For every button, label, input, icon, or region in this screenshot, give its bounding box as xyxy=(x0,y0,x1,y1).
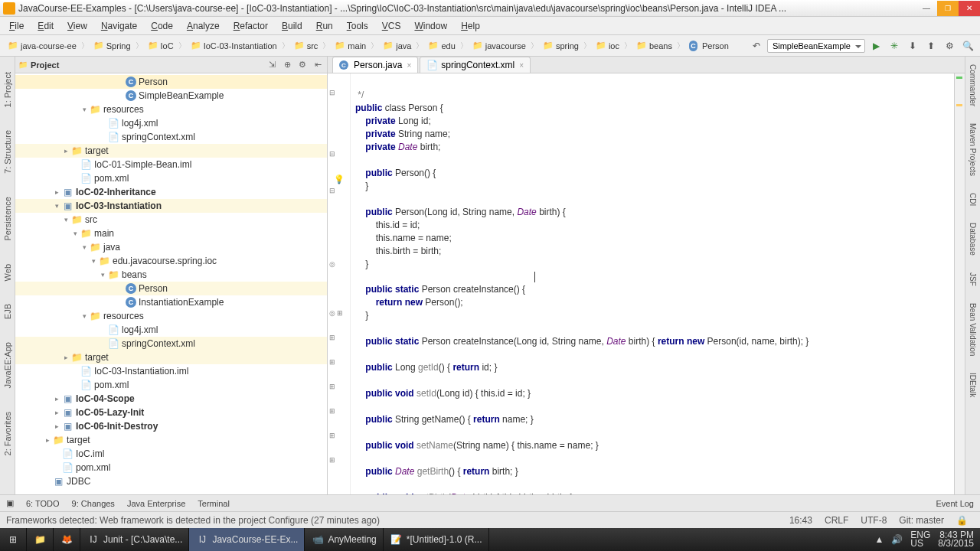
toolwindow-tab[interactable]: EJB xyxy=(3,304,12,319)
breadcrumb-item[interactable]: 📁Spring xyxy=(90,39,134,53)
tree-item[interactable]: ▸▣IoC-02-Inheritance xyxy=(15,185,327,199)
tree-item[interactable]: 📄log4j.xml xyxy=(15,323,327,337)
tree-item[interactable]: ▸▣IoC-05-Lazy-Init xyxy=(15,406,327,419)
tree-item[interactable]: ▾📁main xyxy=(15,227,327,240)
search-icon[interactable]: 🔍 xyxy=(960,38,975,54)
breadcrumb-item[interactable]: 📁beans xyxy=(633,39,675,53)
breadcrumb-item[interactable]: 📁javacourse xyxy=(469,39,529,53)
taskbar-item[interactable]: 📁 xyxy=(27,528,54,551)
git-branch[interactable]: Git: master xyxy=(893,515,950,526)
menu-run[interactable]: Run xyxy=(310,19,339,33)
menu-edit[interactable]: Edit xyxy=(31,19,60,33)
tray-lang[interactable]: ENGUS xyxy=(910,531,930,548)
encoding[interactable]: UTF-8 xyxy=(854,515,893,526)
back-button[interactable]: ↶ xyxy=(749,38,764,54)
tree-item[interactable]: 📄log4j.xml xyxy=(15,116,327,130)
tree-item[interactable]: CPerson xyxy=(15,282,327,295)
breadcrumb-item[interactable]: 📁ioc xyxy=(593,39,622,53)
toolwindow-tab[interactable]: 1: Project xyxy=(3,72,12,107)
breadcrumb-item[interactable]: 📁java xyxy=(380,39,414,53)
toolwindow-tab[interactable]: Bean Validation xyxy=(969,303,977,356)
tree-item[interactable]: ▸▣IoC-04-Scope xyxy=(15,392,327,406)
toolwindow-tab[interactable]: JSF xyxy=(969,272,977,286)
tree-item[interactable]: 📄pom.xml xyxy=(15,171,327,185)
project-view-label[interactable]: Project xyxy=(31,60,263,70)
tree-item[interactable]: ▸📁target xyxy=(15,350,327,364)
toolwindow-tab[interactable]: Persistence xyxy=(3,197,12,240)
autoscroll-icon[interactable]: ⊕ xyxy=(281,59,293,71)
tree-item[interactable]: 📄springContext.xml xyxy=(15,130,327,144)
tree-item[interactable]: 📄pom.xml xyxy=(15,461,327,474)
tree-item[interactable]: 📄springContext.xml xyxy=(15,337,327,350)
run-config-dropdown[interactable]: SimpleBeanExample xyxy=(767,39,865,53)
toolwindow-tab[interactable]: Maven Projects xyxy=(969,123,977,176)
debug-button[interactable]: ✳ xyxy=(887,38,902,54)
tree-item[interactable]: ▸▣IoC-06-Init-Destroy xyxy=(15,419,327,433)
menu-analyze[interactable]: Analyze xyxy=(181,19,226,33)
menu-tools[interactable]: Tools xyxy=(341,19,374,33)
toolwindow-tab[interactable]: JavaEE:App xyxy=(3,342,12,389)
tree-item[interactable]: ▾▣IoC-03-Instantiation xyxy=(15,199,327,213)
breadcrumb-item[interactable]: 📁spring xyxy=(540,39,582,53)
breadcrumb-item[interactable]: 📁src xyxy=(291,39,322,53)
error-stripe[interactable] xyxy=(954,73,965,494)
tree-item[interactable]: ▾📁beans xyxy=(15,268,327,282)
project-tree[interactable]: CPersonCSimpleBeanExample▾📁resources📄log… xyxy=(15,73,327,494)
taskbar-item[interactable]: ⊞ xyxy=(0,528,27,551)
vcs-update-icon[interactable]: ⬇ xyxy=(905,38,920,54)
project-view-icon[interactable]: 📁 xyxy=(18,60,28,69)
taskbar-item[interactable]: IJJunit - [C:\Java\te... xyxy=(80,528,189,551)
event-log-button[interactable]: Event Log xyxy=(936,499,974,508)
todo-button[interactable]: 6: TODO xyxy=(26,499,60,508)
toolwindow-tab[interactable]: 2: Favorites xyxy=(3,412,12,455)
breadcrumb-item[interactable]: CPerson xyxy=(686,39,732,53)
close-button[interactable]: ✕ xyxy=(959,1,980,16)
changes-button[interactable]: 9: Changes xyxy=(72,499,115,508)
tree-item[interactable]: ▾📁java xyxy=(15,240,327,254)
tree-item[interactable]: ▸📁target xyxy=(15,144,327,158)
tree-item[interactable]: ▣JDBC xyxy=(15,474,327,488)
tree-item[interactable]: ▾📁edu.javacourse.spring.ioc xyxy=(15,254,327,268)
breadcrumb-item[interactable]: 📁edu xyxy=(425,39,458,53)
tree-item[interactable]: 📄IoC-03-Instantiation.iml xyxy=(15,364,327,378)
tree-item[interactable]: CPerson xyxy=(15,75,327,89)
close-tab-icon[interactable]: × xyxy=(519,61,524,70)
menu-view[interactable]: View xyxy=(61,19,93,33)
menu-help[interactable]: Help xyxy=(455,19,486,33)
menu-window[interactable]: Window xyxy=(408,19,453,33)
taskbar-item[interactable]: 📹AnyMeeting xyxy=(305,528,383,551)
terminal-button[interactable]: Terminal xyxy=(198,499,230,508)
toolwindow-tab[interactable]: Database xyxy=(969,223,977,256)
tree-item[interactable]: CSimpleBeanExample xyxy=(15,89,327,103)
menu-code[interactable]: Code xyxy=(145,19,179,33)
maximize-button[interactable]: ❐ xyxy=(937,1,959,16)
tree-item[interactable]: 📄IoC.iml xyxy=(15,447,327,461)
editor-tab[interactable]: CPerson.java× xyxy=(332,57,418,73)
toolwindow-button[interactable]: ▣ xyxy=(6,498,14,508)
tree-item[interactable]: 📄IoC-01-Simple-Bean.iml xyxy=(15,158,327,171)
menu-vcs[interactable]: VCS xyxy=(376,19,407,33)
breadcrumb-item[interactable]: 📁java-course-ee xyxy=(5,39,80,53)
breadcrumb-item[interactable]: 📁main xyxy=(332,39,369,53)
line-separator[interactable]: CRLF xyxy=(818,515,854,526)
menu-refactor[interactable]: Refactor xyxy=(227,19,274,33)
tree-item[interactable]: ▾📁src xyxy=(15,213,327,227)
toolwindow-tab[interactable]: CDI xyxy=(969,193,977,206)
tree-item[interactable]: ▸📁target xyxy=(15,433,327,447)
vcs-commit-icon[interactable]: ⬆ xyxy=(923,38,939,54)
hide-icon[interactable]: ⇤ xyxy=(312,59,324,71)
minimize-button[interactable]: — xyxy=(916,1,937,16)
tree-item[interactable]: ▾📁resources xyxy=(15,309,327,323)
taskbar-item[interactable]: IJJavaCourse-EE-Ex... xyxy=(189,528,305,551)
toolwindow-tab[interactable]: Web xyxy=(3,264,12,281)
javaee-button[interactable]: Java Enterprise xyxy=(127,499,185,508)
menu-navigate[interactable]: Navigate xyxy=(95,19,143,33)
run-button[interactable]: ▶ xyxy=(868,38,884,54)
toolwindow-tab[interactable]: Commander xyxy=(969,64,977,106)
toolwindow-tab[interactable]: IDEtalk xyxy=(969,373,977,397)
toolwindow-tab[interactable]: 7: Structure xyxy=(3,130,12,174)
editor-tab[interactable]: 📄springContext.xml× xyxy=(420,57,531,73)
menu-file[interactable]: File xyxy=(3,19,30,33)
tray-icon[interactable]: ▲ xyxy=(874,534,884,545)
breadcrumb-item[interactable]: 📁IoC xyxy=(145,39,177,53)
